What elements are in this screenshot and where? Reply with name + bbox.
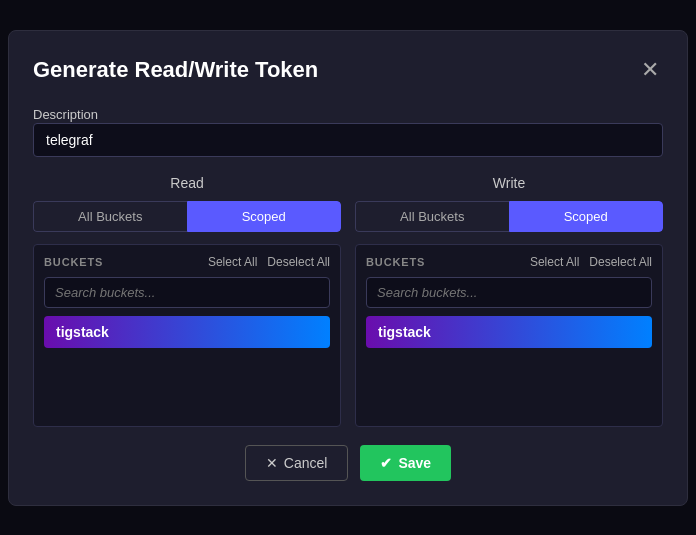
- save-icon: ✔: [380, 455, 392, 471]
- save-label: Save: [398, 455, 431, 471]
- modal-header: Generate Read/Write Token ✕: [33, 55, 663, 85]
- read-column: Read All Buckets Scoped BUCKETS Select A…: [33, 175, 341, 427]
- write-column: Write All Buckets Scoped BUCKETS Select …: [355, 175, 663, 427]
- write-panel-header: BUCKETS Select All Deselect All: [366, 255, 652, 269]
- read-panel-header: BUCKETS Select All Deselect All: [44, 255, 330, 269]
- write-bucket-item[interactable]: tigstack: [366, 316, 652, 348]
- read-all-buckets-tab[interactable]: All Buckets: [33, 201, 187, 232]
- read-tab-row: All Buckets Scoped: [33, 201, 341, 232]
- write-column-header: Write: [355, 175, 663, 191]
- write-deselect-all-button[interactable]: Deselect All: [589, 255, 652, 269]
- modal-title: Generate Read/Write Token: [33, 57, 318, 83]
- write-tab-row: All Buckets Scoped: [355, 201, 663, 232]
- columns-container: Read All Buckets Scoped BUCKETS Select A…: [33, 175, 663, 427]
- read-bucket-item[interactable]: tigstack: [44, 316, 330, 348]
- read-bucket-list: tigstack: [44, 316, 330, 416]
- footer: ✕ Cancel ✔ Save: [33, 445, 663, 481]
- read-select-actions: Select All Deselect All: [208, 255, 330, 269]
- read-column-header: Read: [33, 175, 341, 191]
- description-label: Description: [33, 107, 98, 122]
- write-select-all-button[interactable]: Select All: [530, 255, 579, 269]
- cancel-button[interactable]: ✕ Cancel: [245, 445, 349, 481]
- description-input[interactable]: [33, 123, 663, 157]
- read-bucket-panel: BUCKETS Select All Deselect All tigstack: [33, 244, 341, 427]
- write-bucket-panel: BUCKETS Select All Deselect All tigstack: [355, 244, 663, 427]
- read-search-input[interactable]: [44, 277, 330, 308]
- write-scoped-tab[interactable]: Scoped: [509, 201, 664, 232]
- modal-overlay: Generate Read/Write Token ✕ Description …: [0, 0, 696, 535]
- read-deselect-all-button[interactable]: Deselect All: [267, 255, 330, 269]
- read-buckets-label: BUCKETS: [44, 256, 103, 268]
- write-buckets-label: BUCKETS: [366, 256, 425, 268]
- write-bucket-list: tigstack: [366, 316, 652, 416]
- write-select-actions: Select All Deselect All: [530, 255, 652, 269]
- save-button[interactable]: ✔ Save: [360, 445, 451, 481]
- close-button[interactable]: ✕: [637, 55, 663, 85]
- read-scoped-tab[interactable]: Scoped: [187, 201, 342, 232]
- write-search-input[interactable]: [366, 277, 652, 308]
- cancel-icon: ✕: [266, 455, 278, 471]
- read-select-all-button[interactable]: Select All: [208, 255, 257, 269]
- modal-container: Generate Read/Write Token ✕ Description …: [8, 30, 688, 506]
- cancel-label: Cancel: [284, 455, 328, 471]
- write-all-buckets-tab[interactable]: All Buckets: [355, 201, 509, 232]
